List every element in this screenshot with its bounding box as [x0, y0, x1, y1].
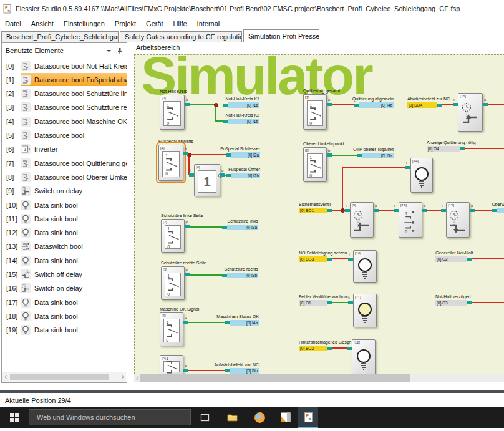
block-switch[interactable]: [7]10	[303, 94, 327, 130]
tab-safety-gates-according-to-ce-r[interactable]: Safety Gates according to CE regulation	[120, 31, 242, 42]
workarea-canvas[interactable]: Simulator [0] I1aNot-Halt-Kreis K1[0] I1…	[134, 54, 504, 374]
item-body-selected[interactable]: Datasource bool Fußpedal abwä	[21, 73, 127, 86]
item-body[interactable]: Datasource bool Schutztüre recht	[21, 101, 127, 114]
chevron-down-icon[interactable]	[106, 48, 112, 54]
signal-label-cyan[interactable]: [0] I4a	[230, 320, 259, 326]
item-body[interactable]: Data sink bool	[21, 296, 127, 309]
item-body[interactable]: Datasource bool Not-Halt Kreis	[21, 59, 127, 72]
signal-label-yellow[interactable]: [0] SO1	[299, 208, 327, 213]
signal-label-gray[interactable]: [0] O1	[299, 300, 327, 306]
block-switch[interactable]: [0]10	[160, 95, 185, 130]
signal-label-yellow[interactable]: [0] SO2	[299, 346, 327, 351]
menu-item-gerät[interactable]: Gerät	[141, 19, 168, 29]
signal-label-cyan[interactable]: [0] I1b	[228, 119, 259, 124]
item-body[interactable]: Switch on delay	[21, 185, 127, 198]
item-body[interactable]: Datasource bool Maschine OK S	[21, 115, 127, 128]
desktop-app-icon[interactable]	[276, 407, 296, 428]
list-item[interactable]: [16]Switch on delay	[2, 282, 127, 295]
start-button[interactable]	[0, 407, 29, 428]
signal-label-cyan[interactable]: [0] I1a	[228, 102, 259, 108]
list-item[interactable]: [14]Data sink bool	[2, 254, 127, 267]
list-item[interactable]: [11]Data sink bool	[2, 212, 127, 225]
pin-icon[interactable]	[117, 47, 123, 54]
block-switch[interactable]: [2]10	[161, 219, 185, 253]
item-body[interactable]: Datasource bool Oberer Umkehr	[21, 170, 127, 183]
list-item[interactable]: [10]Data sink bool	[2, 198, 127, 211]
signal-label-cyan[interactable]: [0] I3a	[227, 225, 258, 230]
list-item[interactable]: [15]Switch off delay	[2, 268, 127, 281]
item-body[interactable]: Datasource bool	[21, 129, 127, 142]
tab-simulation-profi-presse[interactable]: Simulation Profi Presse	[243, 29, 319, 42]
item-body[interactable]: Data sink bool	[21, 212, 127, 225]
list-item[interactable]: [17]Data sink bool	[2, 296, 127, 309]
list-item[interactable]: [3]Datasource bool Schutztüre recht	[2, 101, 127, 114]
block-switch[interactable]: [3]10	[161, 266, 185, 300]
list-item[interactable]: [5]Datasource bool	[2, 129, 127, 142]
item-body[interactable]: Data sink bool	[21, 198, 127, 211]
block-switch[interactable]: [1]10	[158, 145, 183, 181]
list-item[interactable]: [8]Datasource bool Oberer Umkehr	[2, 170, 127, 183]
block-delay-off[interactable]: [15]	[446, 202, 470, 238]
menu-item-hilfe[interactable]: Hilfe	[168, 19, 192, 29]
list-item[interactable]: [19]Data sink bool	[2, 324, 127, 337]
firefox-icon[interactable]	[250, 407, 269, 428]
signal-label-gray[interactable]: [0] O3	[435, 300, 467, 306]
list-item[interactable]: [2]Datasource bool Schutztüre linke	[2, 87, 127, 100]
list-item[interactable]: [6]1Inverter	[2, 143, 127, 156]
item-body[interactable]: Data sink bool	[21, 226, 127, 240]
item-body[interactable]: Datasource bool Schutztüre linke	[21, 87, 127, 100]
item-body[interactable]: 1Inverter	[21, 143, 127, 156]
signal-label-cyan[interactable]: [0] I3b	[227, 273, 258, 278]
block-switch[interactable]: [5]10	[160, 355, 183, 374]
signal-label-cyan[interactable]: [0] I2a	[231, 152, 260, 158]
menu-item-datei[interactable]: Datei	[0, 19, 26, 29]
signal-label-yellow[interactable]: [0] SO4	[407, 102, 437, 108]
canvas-hscrollbar[interactable]	[134, 374, 504, 382]
menu-item-internal[interactable]: Internal	[192, 19, 225, 29]
item-body[interactable]: Switch on delay	[21, 282, 127, 295]
sidebar-hscrollbar[interactable]	[2, 372, 126, 382]
menu-item-einstellungen[interactable]: Einstellungen	[59, 19, 110, 29]
list-item[interactable]: [9]Switch on delay	[2, 185, 127, 198]
scroll-left-icon[interactable]	[3, 374, 9, 380]
block-delay-on[interactable]: [9]	[350, 202, 374, 238]
scroll-right-icon[interactable]	[120, 374, 125, 380]
list-item[interactable]: [4]Datasource bool Maschine OK S	[2, 115, 127, 128]
list-item[interactable]: [12]Data sink bool	[2, 226, 127, 240]
signal-label-cyan[interactable]	[497, 208, 504, 213]
block-lamp[interactable]: [12]	[352, 339, 376, 374]
signal-label-gray[interactable]: [0] O2	[435, 256, 467, 262]
item-body[interactable]: Datasource bool Quittierung ges	[21, 157, 127, 170]
file-explorer-icon[interactable]	[222, 407, 242, 428]
block-lamp[interactable]: [11]	[353, 294, 377, 327]
sidebar-scroll-thumb[interactable]	[10, 374, 109, 380]
fiessler-studio-icon[interactable]: Fs	[298, 407, 318, 428]
signal-label-yellow[interactable]: [0] SO3	[299, 256, 327, 262]
list-item[interactable]: [7]Datasource bool Quittierung ges	[2, 157, 127, 170]
tab-boschert-profi-cybelec-schleic[interactable]: Boschert_Profi_Cybelec_Schleichgang_CE	[1, 31, 119, 42]
signal-label-cyan[interactable]: [0] I2b	[231, 173, 260, 178]
list-item[interactable]: [18]Data sink bool	[2, 309, 127, 322]
canvas-scroll-thumb[interactable]	[140, 374, 410, 382]
block-lamp[interactable]: [14]	[410, 158, 433, 193]
block-switch[interactable]: [8]10	[303, 147, 327, 182]
signal-label-cyan[interactable]: [0] I4b	[359, 102, 394, 108]
menu-item-ansicht[interactable]: Ansicht	[26, 19, 59, 29]
taskbar-search-input[interactable]: Web und Windows durchsuchen	[29, 409, 191, 425]
item-body[interactable]: Switch off delay	[21, 268, 127, 281]
block-dataswitch[interactable]: [13]10	[399, 202, 422, 238]
item-body[interactable]: Data sink bool	[21, 309, 127, 322]
block-delay-on[interactable]: [16]	[458, 93, 483, 132]
item-body[interactable]: Data sink bool	[21, 324, 127, 337]
list-item[interactable]: [0]Datasource bool Not-Halt Kreis	[2, 59, 127, 72]
scroll-left-icon[interactable]	[135, 375, 140, 381]
list-item[interactable]: [1]Datasource bool Fußpedal abwä	[2, 73, 127, 86]
menu-item-projekt[interactable]: Projekt	[110, 19, 141, 29]
block-lamp[interactable]: [10]	[353, 250, 377, 283]
signal-label-cyan[interactable]: [0] I5a	[362, 153, 394, 158]
signal-label-cyan[interactable]: [0] I5b	[230, 368, 259, 374]
block-inverter[interactable]: [6]1	[194, 164, 220, 196]
item-body[interactable]: Dataswitch bool	[21, 240, 127, 253]
item-body[interactable]: Data sink bool	[21, 254, 127, 267]
signal-label-gray[interactable]: [0] O4	[427, 146, 460, 152]
